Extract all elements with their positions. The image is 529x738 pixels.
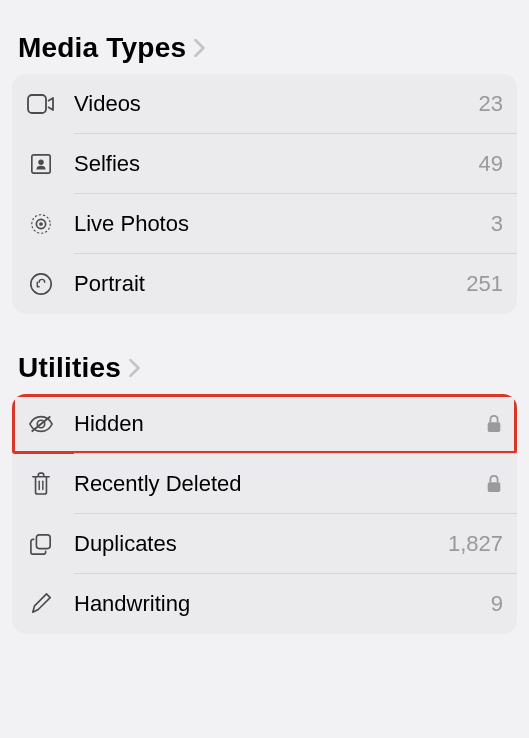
svg-point-2 — [38, 159, 44, 165]
handwriting-count: 9 — [491, 591, 503, 617]
portrait-row[interactable]: Portrait 251 — [12, 254, 517, 314]
media-types-title: Media Types — [18, 32, 186, 64]
live-photos-count: 3 — [491, 211, 503, 237]
live-photos-label: Live Photos — [74, 211, 491, 237]
trash-icon — [26, 469, 56, 499]
hidden-icon — [26, 409, 56, 439]
handwriting-icon — [26, 589, 56, 619]
hidden-label: Hidden — [74, 411, 485, 437]
videos-row[interactable]: Videos 23 — [12, 74, 517, 134]
portrait-icon — [26, 269, 56, 299]
duplicates-count: 1,827 — [448, 531, 503, 557]
live-photos-row[interactable]: Live Photos 3 — [12, 194, 517, 254]
selfies-label: Selfies — [74, 151, 479, 177]
svg-rect-13 — [36, 535, 50, 549]
utilities-card: Hidden Recently Deleted Duplicates — [12, 394, 517, 634]
handwriting-label: Handwriting — [74, 591, 491, 617]
selfies-icon — [26, 149, 56, 179]
svg-point-6 — [31, 274, 51, 294]
media-types-card: Videos 23 Selfies 49 Live Photos 3 — [12, 74, 517, 314]
media-types-header[interactable]: Media Types — [0, 32, 529, 64]
chevron-right-icon — [194, 39, 206, 57]
selfies-count: 49 — [479, 151, 503, 177]
videos-count: 23 — [479, 91, 503, 117]
hidden-row[interactable]: Hidden — [12, 394, 517, 454]
videos-label: Videos — [74, 91, 479, 117]
svg-rect-12 — [488, 482, 501, 492]
duplicates-icon — [26, 529, 56, 559]
duplicates-row[interactable]: Duplicates 1,827 — [12, 514, 517, 574]
svg-rect-0 — [28, 95, 46, 113]
lock-icon — [485, 475, 503, 493]
recently-deleted-row[interactable]: Recently Deleted — [12, 454, 517, 514]
svg-rect-9 — [488, 422, 501, 432]
handwriting-row[interactable]: Handwriting 9 — [12, 574, 517, 634]
svg-point-4 — [39, 222, 43, 226]
utilities-header[interactable]: Utilities — [0, 352, 529, 384]
lock-icon — [485, 415, 503, 433]
chevron-right-icon — [129, 359, 141, 377]
duplicates-label: Duplicates — [74, 531, 448, 557]
portrait-count: 251 — [466, 271, 503, 297]
recently-deleted-label: Recently Deleted — [74, 471, 485, 497]
selfies-row[interactable]: Selfies 49 — [12, 134, 517, 194]
portrait-label: Portrait — [74, 271, 466, 297]
live-photos-icon — [26, 209, 56, 239]
video-icon — [26, 89, 56, 119]
utilities-title: Utilities — [18, 352, 121, 384]
